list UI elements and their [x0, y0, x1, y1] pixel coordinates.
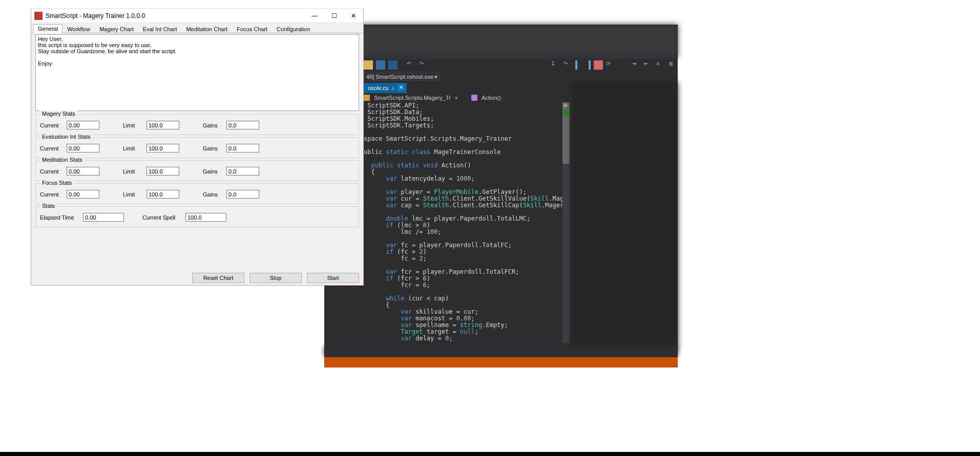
- tab-configuration[interactable]: Configuration: [272, 25, 315, 33]
- step-over-icon[interactable]: ↷: [563, 60, 572, 70]
- evalint-current-input[interactable]: [67, 144, 99, 153]
- current-spell-input[interactable]: [185, 213, 226, 222]
- group-stats: Stats Elapsed Time Current Spell: [35, 206, 359, 227]
- group-title: Stats: [40, 203, 57, 209]
- tab-general[interactable]: General: [33, 24, 62, 33]
- group-title: Magery Stats: [40, 111, 77, 117]
- pause-icon[interactable]: [575, 60, 591, 70]
- label-gains: Gains: [203, 122, 222, 128]
- vs-toolbar: ↶ ↷ ↧ ↷ ⟳ ⇥ ⇤ ≡ ≣: [364, 59, 678, 71]
- reset-chart-button[interactable]: Reset Chart: [192, 273, 244, 283]
- titlebar[interactable]: SmartScript - Magery Trainer 1.0.0.0 — ☐…: [31, 9, 363, 23]
- evalint-gains-input[interactable]: [226, 144, 259, 153]
- group-evalint-stats: Evaluation Int Stats Current Limit Gains: [35, 137, 359, 158]
- step-into-icon[interactable]: ↧: [551, 60, 560, 70]
- code-editor[interactable]: ScriptSDK.API; ScriptSDK.Data; ScriptSDK…: [364, 102, 564, 343]
- magery-trainer-window: SmartScript - Magery Trainer 1.0.0.0 — ☐…: [31, 8, 364, 286]
- undo-icon[interactable]: ↶: [407, 60, 416, 70]
- label-elapsed-time: Elapsed Time: [40, 214, 78, 221]
- class-icon: [364, 95, 370, 101]
- label-current-spell: Current Spell: [142, 214, 180, 221]
- label-limit: Limit: [123, 145, 142, 151]
- info-textbox[interactable]: Hey User, this script is supposed to be …: [35, 34, 359, 111]
- start-button[interactable]: Start: [307, 273, 359, 283]
- meditation-current-input[interactable]: [67, 167, 99, 176]
- maximize-button[interactable]: ☐: [324, 9, 344, 23]
- tab-meditation-chart[interactable]: Meditation Chart: [181, 25, 232, 33]
- group-title: Evaluation Int Stats: [40, 134, 93, 140]
- elapsed-time-input[interactable]: [83, 213, 124, 222]
- label-gains: Gains: [203, 191, 222, 198]
- expand-all-icon[interactable]: ✢: [563, 102, 569, 108]
- button-bar: Reset Chart Stop Start: [35, 273, 359, 283]
- save-icon[interactable]: [376, 60, 385, 70]
- editor-breadcrumb: SmartScript.Scripts.Magery_Tr ▾ Action(): [364, 93, 501, 102]
- tool-icon-2[interactable]: ⇤: [644, 60, 653, 70]
- status-ok-icon: [563, 110, 569, 116]
- magery-gains-input[interactable]: [226, 121, 259, 129]
- tab-magery-chart[interactable]: Magery Chart: [95, 25, 138, 33]
- tab-workflow[interactable]: Workflow: [62, 25, 95, 33]
- focus-limit-input[interactable]: [147, 190, 179, 199]
- meditation-limit-input[interactable]: [147, 167, 179, 176]
- vs-status-bar: [324, 357, 678, 367]
- stop-button[interactable]: Stop: [249, 273, 302, 283]
- group-meditation-stats: Meditation Stats Current Limit Gains: [35, 160, 359, 181]
- tab-strip: General Workflow Magery Chart Eval Int C…: [31, 23, 363, 33]
- save-all-icon[interactable]: [388, 60, 398, 70]
- vs-bottom-panel-blur: [324, 346, 678, 356]
- vs-menubar-blur: [324, 25, 678, 57]
- pin-tab-icon[interactable]: ⟂: [391, 83, 394, 93]
- label-limit: Limit: [123, 122, 142, 128]
- open-folder-icon[interactable]: [364, 60, 373, 70]
- solution-explorer-blur: [572, 82, 678, 348]
- group-magery-stats: Magery Stats Current Limit Gains: [35, 114, 359, 135]
- stop-debug-icon[interactable]: [594, 60, 603, 70]
- editor-tab[interactable]: nsole.cs ⟂ ✕: [364, 83, 407, 93]
- focus-current-input[interactable]: [67, 190, 99, 199]
- label-gains: Gains: [203, 168, 222, 175]
- breadcrumb-method[interactable]: Action(): [482, 95, 501, 101]
- meditation-gains-input[interactable]: [226, 167, 259, 176]
- tool-icon-3[interactable]: ≡: [656, 60, 665, 70]
- method-icon: [471, 95, 477, 101]
- label-limit: Limit: [123, 168, 142, 175]
- magery-current-input[interactable]: [67, 121, 99, 129]
- label-current: Current: [40, 145, 62, 151]
- close-tab-icon[interactable]: ✕: [398, 84, 405, 91]
- group-title: Meditation Stats: [40, 157, 85, 163]
- tool-icon[interactable]: ⇥: [632, 60, 641, 70]
- app-icon: [34, 12, 43, 20]
- tool-icon-4[interactable]: ≣: [669, 60, 678, 70]
- debug-process-dropdown[interactable]: 48] SmartScript.vshost.exe: [364, 72, 440, 81]
- breadcrumb-class[interactable]: SmartScript.Scripts.Magery_Tr: [374, 95, 451, 101]
- label-limit: Limit: [123, 191, 142, 198]
- group-title: Focus Stats: [40, 180, 74, 186]
- evalint-limit-input[interactable]: [147, 144, 179, 153]
- editor-tab-filename: nsole.cs: [368, 83, 388, 93]
- focus-gains-input[interactable]: [226, 190, 259, 199]
- restart-icon[interactable]: ⟳: [606, 60, 615, 70]
- label-current: Current: [40, 168, 62, 175]
- tab-focus-chart[interactable]: Focus Chart: [232, 25, 272, 33]
- group-focus-stats: Focus Stats Current Limit Gains: [35, 183, 359, 204]
- redo-icon[interactable]: ↷: [419, 60, 428, 70]
- tab-eval-int-chart[interactable]: Eval Int Chart: [138, 25, 182, 33]
- label-current: Current: [40, 122, 62, 128]
- label-current: Current: [40, 191, 62, 198]
- bottom-black-bar: [0, 452, 980, 456]
- close-button[interactable]: ✕: [344, 9, 363, 23]
- label-gains: Gains: [203, 145, 222, 151]
- minimize-button[interactable]: —: [305, 9, 324, 23]
- window-title: SmartScript - Magery Trainer 1.0.0.0: [46, 12, 145, 19]
- editor-scrollbar[interactable]: [562, 102, 570, 343]
- magery-limit-input[interactable]: [147, 121, 179, 129]
